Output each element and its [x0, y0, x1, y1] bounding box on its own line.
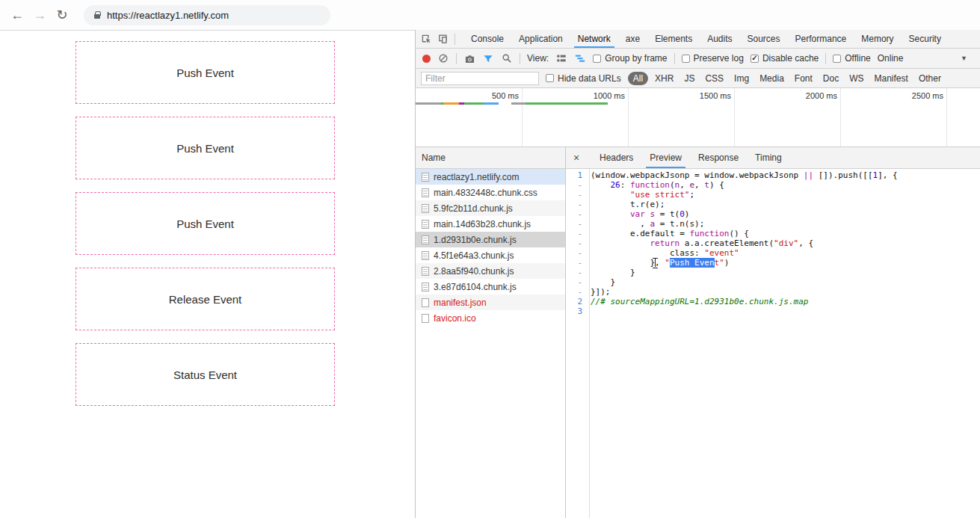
tab-memory[interactable]: Memory: [854, 30, 901, 48]
tab-network[interactable]: Network: [570, 30, 618, 48]
offline-checkbox[interactable]: Offline: [833, 53, 870, 64]
request-row[interactable]: 1.d2931b0e.chunk.js: [416, 232, 565, 247]
code-line[interactable]: - t.r(e);: [566, 200, 980, 209]
filter-type-doc[interactable]: Doc: [818, 72, 844, 85]
request-row[interactable]: 2.8aa5f940.chunk.js: [416, 263, 565, 279]
code-preview[interactable]: 1(window.webpackJsonp = window.webpackJs…: [566, 169, 980, 518]
clear-icon[interactable]: [437, 52, 449, 64]
detail-panel: × HeadersPreviewResponseTiming 1(window.…: [566, 147, 980, 518]
detail-tab-headers[interactable]: Headers: [591, 147, 641, 168]
code-text: }, "Push Event"): [586, 258, 729, 268]
line-number: -: [566, 258, 586, 268]
file-icon: [422, 298, 429, 307]
waterfall-view-icon[interactable]: [574, 52, 586, 64]
filter-type-xhr[interactable]: XHR: [650, 72, 679, 85]
filter-input[interactable]: [421, 72, 539, 85]
device-toolbar-icon[interactable]: [437, 33, 449, 45]
tab-sources[interactable]: Sources: [740, 30, 788, 48]
tab-application[interactable]: Application: [511, 30, 570, 48]
code-line[interactable]: - }: [566, 268, 980, 277]
filter-type-media[interactable]: Media: [754, 72, 789, 85]
network-filterbar: Hide data URLs AllXHRJSCSSImgMediaFontDo…: [416, 69, 980, 88]
name-header-label: Name: [422, 152, 446, 163]
checkbox-checked-icon[interactable]: [751, 55, 759, 63]
line-number: -: [566, 180, 586, 190]
detail-tab-response[interactable]: Response: [690, 147, 747, 168]
event-box: Release Event: [75, 268, 335, 330]
offline-label: Offline: [845, 53, 870, 64]
line-number: -: [566, 248, 586, 258]
tab-console[interactable]: Console: [463, 30, 511, 48]
code-line[interactable]: - class: "event": [566, 248, 980, 258]
code-line[interactable]: - 26: function(n, e, t) {: [566, 180, 980, 190]
filter-type-all[interactable]: All: [628, 72, 648, 85]
checkbox-icon[interactable]: [546, 74, 554, 82]
screenshot-camera-icon[interactable]: [463, 52, 475, 64]
tab-security[interactable]: Security: [902, 30, 949, 48]
filter-type-manifest[interactable]: Manifest: [869, 72, 913, 85]
timeline-tick-label: 1000 ms: [580, 91, 625, 100]
reload-icon[interactable]: ↻: [51, 7, 73, 23]
inspect-element-icon[interactable]: [420, 33, 432, 45]
request-row[interactable]: favicon.ico: [416, 310, 565, 326]
checkbox-icon[interactable]: [593, 55, 601, 63]
code-text: }]);: [586, 287, 611, 297]
list-view-icon[interactable]: [555, 52, 567, 64]
request-row[interactable]: manifest.json: [416, 295, 565, 310]
code-line[interactable]: - var s = t(0): [566, 209, 980, 219]
filter-type-img[interactable]: Img: [729, 72, 754, 85]
tab-elements[interactable]: Elements: [647, 30, 700, 48]
hide-data-urls-checkbox[interactable]: Hide data URLs: [546, 73, 621, 84]
close-icon[interactable]: ×: [566, 152, 587, 164]
timeline-bar-segment: [464, 102, 484, 105]
record-icon[interactable]: [422, 55, 431, 63]
back-icon[interactable]: ←: [6, 7, 28, 23]
address-bar[interactable]: https://reactlazy1.netlify.com: [84, 5, 330, 25]
disable-cache-checkbox[interactable]: Disable cache: [751, 53, 819, 64]
forward-icon[interactable]: →: [28, 7, 51, 23]
preserve-log-checkbox[interactable]: Preserve log: [682, 53, 744, 64]
throttling-select[interactable]: Online: [878, 53, 904, 64]
lock-icon[interactable]: [94, 14, 100, 19]
code-line[interactable]: - , a = t.n(s);: [566, 219, 980, 229]
code-line[interactable]: 2//# sourceMappingURL=1.d2931b0e.chunk.j…: [566, 297, 980, 306]
request-row[interactable]: main.14d63b28.chunk.js: [416, 216, 565, 232]
name-column-header[interactable]: Name: [416, 147, 565, 169]
code-line[interactable]: - return a.a.createElement("div", {: [566, 238, 980, 248]
search-icon[interactable]: [501, 52, 513, 64]
code-line[interactable]: -}]);: [566, 287, 980, 297]
code-line[interactable]: - "use strict";: [566, 190, 980, 200]
timeline-overview[interactable]: 500 ms1000 ms1500 ms2000 ms2500 ms: [416, 88, 980, 147]
checkbox-icon[interactable]: [833, 55, 841, 63]
request-row[interactable]: 5.9fc2b11d.chunk.js: [416, 200, 565, 216]
detail-tabs: HeadersPreviewResponseTiming: [591, 147, 790, 168]
checkbox-icon[interactable]: [682, 55, 690, 63]
code-text: 26: function(n, e, t) {: [586, 180, 724, 190]
filter-type-other[interactable]: Other: [913, 72, 946, 85]
filter-funnel-icon[interactable]: [482, 52, 494, 64]
request-row[interactable]: reactlazy1.netlify.com: [416, 169, 565, 185]
file-icon: [422, 314, 429, 323]
filter-type-font[interactable]: Font: [789, 72, 818, 85]
detail-tab-preview[interactable]: Preview: [641, 147, 690, 168]
code-line[interactable]: - }: [566, 277, 980, 287]
request-row[interactable]: main.4832448c.chunk.css: [416, 185, 565, 200]
request-row[interactable]: 4.5f1e64a3.chunk.js: [416, 247, 565, 263]
filter-type-js[interactable]: JS: [679, 72, 700, 85]
code-line[interactable]: 1(window.webpackJsonp = window.webpackJs…: [566, 170, 980, 180]
tab-axe[interactable]: axe: [618, 30, 647, 48]
request-row[interactable]: 3.e87d6104.chunk.js: [416, 279, 565, 295]
request-name: main.4832448c.chunk.css: [434, 188, 537, 198]
tab-audits[interactable]: Audits: [700, 30, 739, 48]
code-line[interactable]: - e.default = function() {: [566, 229, 980, 238]
timeline-gridline: [840, 88, 841, 147]
chevron-down-icon[interactable]: ▼: [961, 55, 973, 62]
code-line[interactable]: - }, "Push Event"): [566, 258, 980, 268]
detail-tab-timing[interactable]: Timing: [747, 147, 790, 168]
line-number: -: [566, 268, 586, 277]
filter-type-css[interactable]: CSS: [700, 72, 729, 85]
group-by-frame-checkbox[interactable]: Group by frame: [593, 53, 667, 64]
filter-type-ws[interactable]: WS: [844, 72, 869, 85]
code-line[interactable]: 3: [566, 306, 980, 316]
tab-performance[interactable]: Performance: [788, 30, 854, 48]
